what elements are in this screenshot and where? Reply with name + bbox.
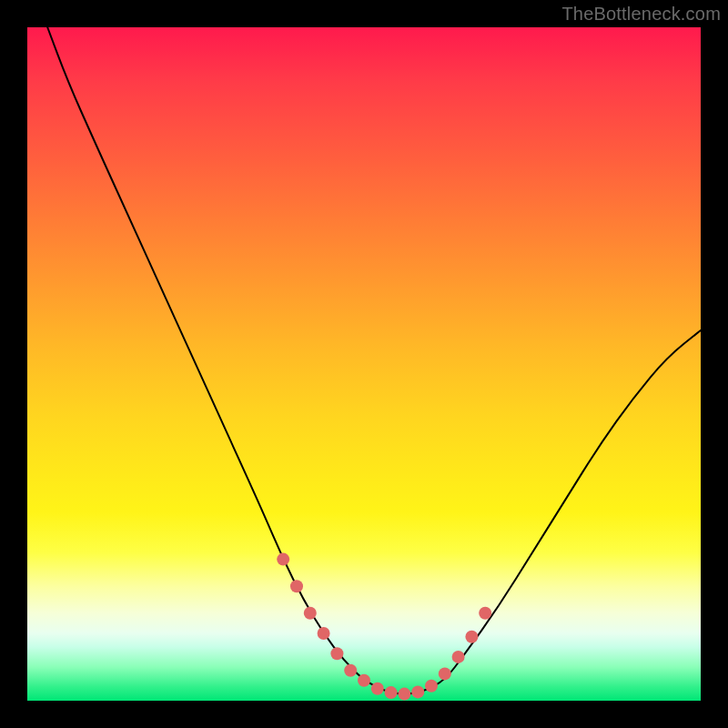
range-marker xyxy=(358,674,370,687)
range-marker xyxy=(425,680,438,693)
range-marker xyxy=(344,664,357,677)
bottleneck-curve xyxy=(47,27,701,694)
range-marker xyxy=(290,580,303,592)
range-marker xyxy=(439,667,451,680)
range-marker xyxy=(479,607,491,620)
highlighted-range-markers xyxy=(277,553,491,701)
curve-svg xyxy=(27,27,701,701)
range-marker xyxy=(465,631,478,643)
range-marker xyxy=(452,651,465,663)
range-marker xyxy=(330,647,343,660)
range-marker xyxy=(371,682,384,695)
attribution-label: TheBottleneck.com xyxy=(561,4,721,25)
range-marker xyxy=(318,627,330,640)
range-marker xyxy=(304,607,317,620)
range-marker xyxy=(411,685,424,698)
range-marker xyxy=(398,688,410,701)
plot-area xyxy=(27,27,701,701)
chart-frame: TheBottleneck.com xyxy=(0,0,728,728)
range-marker xyxy=(385,686,398,699)
range-marker xyxy=(277,553,289,566)
